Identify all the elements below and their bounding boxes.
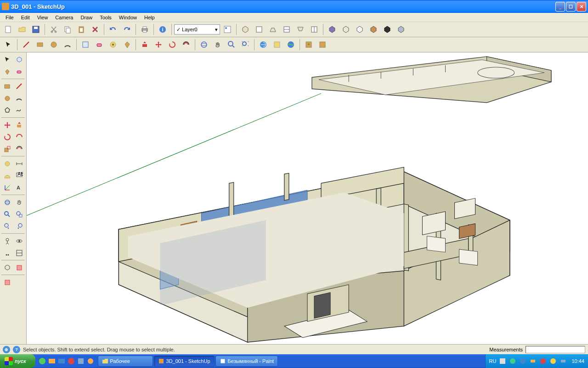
rotate-icon[interactable]	[166, 38, 179, 51]
view-back-icon[interactable]	[294, 23, 307, 36]
style-xray-icon[interactable]	[395, 23, 407, 36]
section-plane-icon[interactable]	[13, 247, 25, 259]
tray-icon[interactable]	[529, 357, 537, 365]
clock[interactable]: 10:44	[570, 358, 584, 364]
zoom-icon[interactable]	[1, 208, 13, 220]
cut-icon[interactable]	[47, 23, 60, 36]
tray-icon[interactable]	[560, 357, 567, 365]
position-camera-icon[interactable]	[1, 235, 13, 247]
tray-icon[interactable]	[509, 357, 516, 365]
tray-icon[interactable]	[549, 357, 557, 365]
previous-icon[interactable]	[1, 220, 13, 232]
section-fill-icon[interactable]	[1, 276, 13, 288]
view-left-icon[interactable]	[308, 23, 321, 36]
place-model-icon[interactable]	[316, 38, 329, 51]
task-button[interactable]: 3D_001 - SketchUp	[154, 356, 215, 367]
style-shaded-icon[interactable]	[326, 23, 339, 36]
pan-icon[interactable]	[211, 38, 224, 51]
task-button[interactable]: Безымянный - Paint	[215, 356, 278, 367]
close-button[interactable]: ✕	[577, 2, 586, 12]
paint-bucket-icon[interactable]	[1, 66, 13, 77]
move-icon[interactable]	[1, 119, 13, 131]
line-icon[interactable]	[13, 80, 25, 92]
task-button[interactable]: Рабочее	[98, 356, 153, 367]
rectangle-icon[interactable]	[34, 38, 46, 51]
zoom-extents-icon[interactable]	[239, 38, 252, 51]
new-file-icon[interactable]	[2, 23, 15, 36]
circle-icon[interactable]	[47, 38, 60, 51]
walk-icon[interactable]	[1, 247, 13, 259]
layer-dropdown[interactable]: ✓ Layer0 ▾	[174, 24, 220, 34]
move-icon[interactable]	[152, 38, 165, 51]
arc-icon[interactable]	[13, 92, 25, 104]
arc-icon[interactable]	[61, 38, 74, 51]
menu-view[interactable]: View	[34, 14, 52, 21]
pan-icon[interactable]	[13, 196, 25, 208]
style-hidden-icon[interactable]	[353, 23, 366, 36]
text-icon[interactable]: ABC	[13, 170, 25, 181]
tray-icon[interactable]	[499, 357, 506, 365]
offset-icon[interactable]	[180, 38, 192, 51]
menu-window[interactable]: Window	[115, 14, 141, 21]
tray-icon[interactable]	[539, 357, 547, 365]
select-icon[interactable]	[2, 38, 15, 51]
section-cut-icon[interactable]	[13, 262, 25, 273]
push-pull-icon[interactable]	[13, 119, 25, 131]
start-button[interactable]: пуск	[0, 354, 35, 368]
menu-file[interactable]: File	[2, 14, 17, 21]
help-icon[interactable]: ?	[13, 346, 20, 353]
tape-measure-icon[interactable]	[107, 38, 119, 51]
view-right-icon[interactable]	[280, 23, 293, 36]
ql-icon[interactable]	[57, 357, 66, 365]
redo-icon[interactable]	[120, 23, 133, 36]
eraser-icon[interactable]	[13, 66, 25, 77]
make-component-icon[interactable]	[13, 54, 25, 65]
3dtext-icon[interactable]: A	[13, 182, 25, 193]
geo-icon[interactable]: ⊕	[3, 346, 10, 353]
dimension-icon[interactable]	[13, 158, 25, 169]
paint-bucket-icon[interactable]	[120, 38, 133, 51]
ql-icon[interactable]	[77, 357, 85, 365]
share-model-icon[interactable]	[271, 38, 283, 51]
maximize-button[interactable]: ☐	[566, 2, 576, 12]
open-file-icon[interactable]	[16, 23, 28, 36]
model-info-icon[interactable]: i	[156, 23, 169, 36]
ql-icon[interactable]	[67, 357, 75, 365]
measurements-input[interactable]	[526, 346, 585, 353]
orbit-icon[interactable]	[1, 196, 13, 208]
orbit-icon[interactable]	[198, 38, 210, 51]
polygon-icon[interactable]	[1, 104, 13, 116]
style-texture-icon[interactable]	[367, 23, 380, 36]
menu-help[interactable]: Help	[141, 14, 158, 21]
print-icon[interactable]	[138, 23, 151, 36]
style-mono-icon[interactable]	[381, 23, 394, 36]
view-front-icon[interactable]	[266, 23, 279, 36]
axes-icon[interactable]	[1, 182, 13, 193]
line-icon[interactable]	[20, 38, 33, 51]
view-iso-icon[interactable]	[239, 23, 252, 36]
tray-icon[interactable]	[519, 357, 526, 365]
style-wireframe-icon[interactable]	[339, 23, 352, 36]
next-icon[interactable]	[13, 220, 25, 232]
push-pull-icon[interactable]	[138, 38, 151, 51]
google-earth-icon[interactable]	[284, 38, 297, 51]
follow-me-icon[interactable]	[13, 131, 25, 143]
offset-icon[interactable]	[13, 143, 25, 155]
protractor-icon[interactable]	[1, 170, 13, 181]
rectangle-icon[interactable]	[1, 80, 13, 92]
menu-tools[interactable]: Tools	[96, 14, 115, 21]
copy-icon[interactable]	[61, 23, 74, 36]
ql-icon[interactable]	[48, 357, 56, 365]
menu-camera[interactable]: Camera	[51, 14, 77, 21]
erase-icon[interactable]	[89, 23, 102, 36]
get-models-icon[interactable]	[257, 38, 270, 51]
menu-edit[interactable]: Edit	[17, 14, 34, 21]
zoom-window-icon[interactable]	[13, 208, 25, 220]
make-component-icon[interactable]	[79, 38, 92, 51]
ql-icon[interactable]	[38, 357, 46, 365]
tape-measure-icon[interactable]	[1, 158, 13, 169]
eraser-icon[interactable]	[93, 38, 106, 51]
undo-icon[interactable]	[107, 23, 119, 36]
save-icon[interactable]	[29, 23, 42, 36]
toggle-terrain-icon[interactable]	[302, 38, 315, 51]
